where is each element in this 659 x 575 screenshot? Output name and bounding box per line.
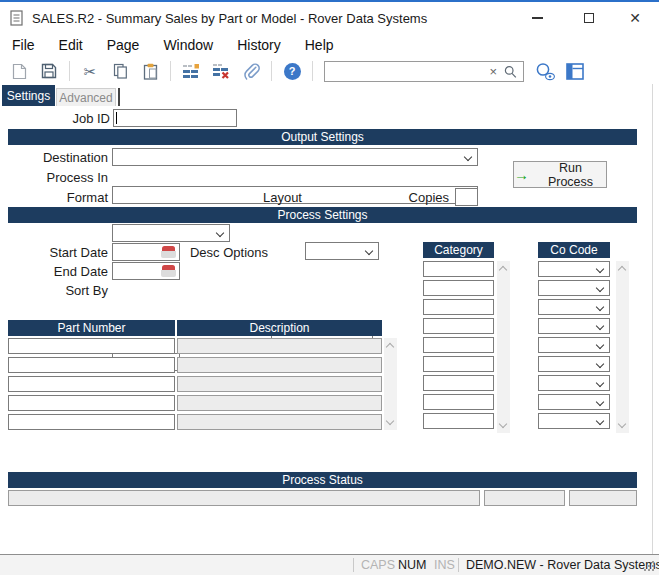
category-input[interactable] [423, 299, 494, 315]
part-number-input[interactable] [8, 414, 175, 430]
chevron-down-icon [596, 265, 604, 273]
zoom-view-button[interactable] [532, 60, 558, 82]
co-code-select[interactable] [538, 299, 610, 315]
co-code-header: Co Code [538, 242, 610, 258]
category-input[interactable] [423, 375, 494, 391]
zoom-view-icon [535, 62, 556, 81]
calendar-icon[interactable] [161, 265, 176, 277]
resize-grip[interactable] [643, 560, 654, 571]
scroll-down-icon[interactable] [618, 420, 626, 428]
search-icon[interactable] [504, 65, 517, 83]
job-id-label: Job ID [8, 110, 110, 128]
category-input[interactable] [423, 394, 494, 410]
category-input[interactable] [423, 413, 494, 429]
category-input[interactable] [423, 261, 494, 277]
new-document-button[interactable] [6, 60, 32, 82]
close-button[interactable]: ✕ [618, 4, 652, 32]
co-code-select[interactable] [538, 337, 610, 353]
part-number-input[interactable] [8, 357, 175, 373]
category-input[interactable] [423, 337, 494, 353]
table-row [8, 414, 382, 430]
menu-help[interactable]: Help [293, 34, 346, 56]
co-code-select[interactable] [538, 356, 610, 372]
chevron-down-icon [365, 247, 373, 255]
status-separator [353, 558, 354, 572]
output-settings-header: Output Settings [8, 129, 637, 145]
search-input[interactable] [327, 63, 487, 80]
save-button[interactable] [36, 60, 62, 82]
chevron-down-icon [596, 398, 604, 406]
scroll-up-icon[interactable] [386, 343, 394, 351]
format-label: Format [8, 189, 108, 207]
category-input[interactable] [423, 318, 494, 334]
status-separator [458, 558, 459, 572]
chevron-down-icon [596, 322, 604, 330]
chevron-down-icon [596, 417, 604, 425]
part-number-input[interactable] [8, 338, 175, 354]
run-process-label: Run Process [535, 161, 606, 189]
category-scrollbar[interactable] [497, 261, 510, 433]
help-button[interactable]: ? [279, 60, 305, 82]
chevron-down-icon [596, 303, 604, 311]
format-select[interactable] [112, 224, 230, 242]
description-cell [177, 376, 382, 392]
tab-advanced[interactable]: Advanced [56, 88, 116, 106]
menu-history[interactable]: History [225, 34, 293, 56]
part-number-input[interactable] [8, 376, 175, 392]
copies-input[interactable] [455, 188, 478, 206]
category-input[interactable] [423, 356, 494, 372]
paste-button[interactable] [137, 60, 163, 82]
toolbar-separator [170, 61, 171, 81]
job-id-input[interactable] [113, 109, 237, 127]
panel-layout-button[interactable] [562, 60, 588, 82]
toolbar: ✂ ? × [2, 58, 657, 84]
chevron-down-icon [596, 379, 604, 387]
cut-button[interactable]: ✂ [77, 60, 103, 82]
destination-select[interactable] [112, 148, 478, 166]
co-code-select[interactable] [538, 413, 610, 429]
menu-edit[interactable]: Edit [47, 34, 95, 56]
part-number-input[interactable] [8, 395, 175, 411]
run-process-button[interactable]: → Run Process [513, 161, 607, 188]
menu-window[interactable]: Window [151, 34, 225, 56]
part-table-body [8, 338, 382, 430]
process-settings-header: Process Settings [8, 207, 637, 223]
co-code-select[interactable] [538, 261, 610, 277]
maximize-button[interactable] [572, 4, 606, 32]
layout-select[interactable] [305, 242, 379, 260]
scroll-down-icon[interactable] [386, 417, 394, 425]
co-code-select[interactable] [538, 375, 610, 391]
category-list [423, 261, 494, 429]
insert-record-button[interactable] [178, 60, 204, 82]
scroll-up-icon[interactable] [499, 266, 507, 274]
toolbar-separator [271, 61, 272, 81]
clear-search-icon[interactable]: × [489, 64, 497, 79]
co-code-select[interactable] [538, 394, 610, 410]
delete-record-button[interactable] [208, 60, 234, 82]
copies-label: Copies [395, 189, 449, 207]
scroll-down-icon[interactable] [499, 420, 507, 428]
ins-indicator: INS [434, 558, 455, 572]
category-input[interactable] [423, 280, 494, 296]
paperclip-icon [243, 63, 260, 80]
toolbar-search: × [324, 61, 524, 82]
co-code-select[interactable] [538, 280, 610, 296]
cut-icon: ✂ [84, 64, 97, 79]
sort-by-label: Sort By [8, 282, 108, 300]
scroll-up-icon[interactable] [618, 266, 626, 274]
tab-settings[interactable]: Settings [2, 85, 55, 106]
co-code-select[interactable] [538, 318, 610, 334]
description-cell [177, 414, 382, 430]
attach-file-button[interactable] [238, 60, 264, 82]
co-code-scrollbar[interactable] [616, 261, 629, 433]
layout-label: Layout [240, 189, 302, 207]
part-table-scrollbar[interactable] [384, 338, 397, 430]
copy-button[interactable] [107, 60, 133, 82]
document-icon [10, 10, 23, 30]
minimize-button[interactable] [520, 4, 554, 32]
menu-file[interactable]: File [0, 34, 47, 56]
num-indicator: NUM [398, 558, 426, 572]
menu-page[interactable]: Page [95, 34, 152, 56]
desc-options-label: Desc Options [160, 244, 268, 262]
end-date-label: End Date [8, 263, 108, 281]
